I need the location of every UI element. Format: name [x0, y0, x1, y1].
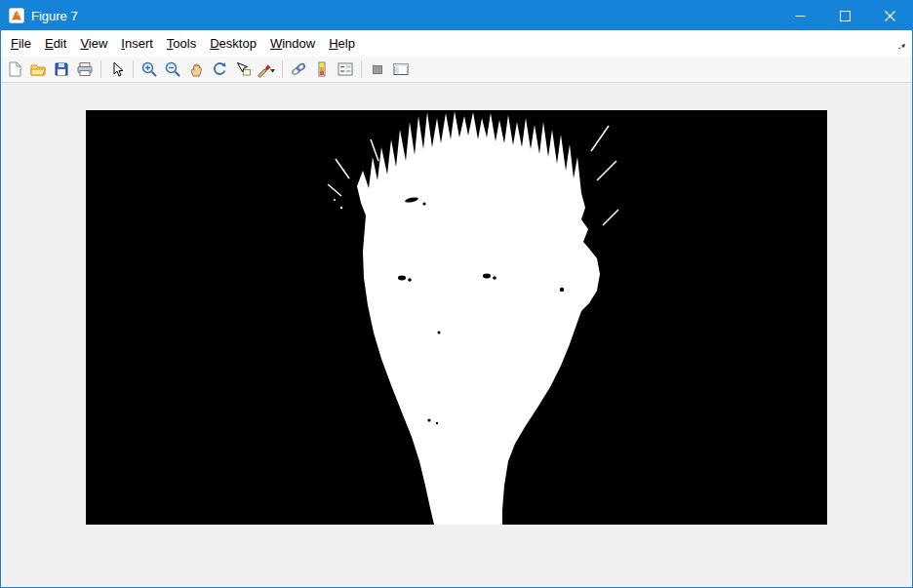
hair-speck: [340, 207, 342, 209]
minimize-button[interactable]: [777, 1, 822, 30]
hand-icon: [187, 60, 205, 78]
new-figure-icon: [6, 60, 23, 78]
menu-view[interactable]: View: [73, 30, 114, 57]
window-title: Figure 7: [31, 9, 777, 23]
menu-window[interactable]: Window: [263, 30, 322, 57]
menu-edit[interactable]: Edit: [38, 30, 73, 57]
window-controls: [777, 1, 912, 30]
toolbar-separator: [133, 60, 134, 78]
menu-desktop[interactable]: Desktop: [203, 30, 263, 57]
title-bar: Figure 7: [1, 1, 912, 30]
zoom-out-button[interactable]: [161, 58, 184, 81]
link-plot-icon: [290, 60, 307, 78]
menu-bar: File Edit View Insert Tools Desktop Wind…: [1, 30, 912, 57]
zoom-out-icon: [164, 60, 181, 78]
binary-mask-image: [86, 110, 827, 525]
figure-window: Figure 7 File Edit View Insert: [0, 0, 913, 588]
close-button[interactable]: [867, 1, 912, 30]
pointer-arrow-icon: [108, 60, 126, 78]
matlab-figure-icon: [9, 8, 24, 23]
save-icon: [53, 60, 70, 78]
legend-icon: [337, 60, 354, 78]
rotate-3d-icon: [211, 60, 228, 78]
figure-toolbar: [1, 57, 912, 83]
close-icon: [885, 11, 895, 21]
hide-plot-tools-button[interactable]: [366, 58, 389, 81]
show-plot-tools-icon: [392, 60, 410, 78]
print-figure-button[interactable]: [73, 58, 97, 81]
dropdown-caret-icon: [270, 69, 275, 73]
link-plot-button[interactable]: [287, 58, 310, 81]
pan-button[interactable]: [184, 58, 208, 81]
data-cursor-button[interactable]: [231, 58, 255, 81]
insert-colorbar-button[interactable]: [310, 58, 334, 81]
data-cursor-icon: [234, 60, 252, 78]
toolbar-separator: [282, 60, 283, 78]
save-figure-button[interactable]: [50, 58, 73, 81]
zoom-in-button[interactable]: [138, 58, 161, 81]
brush-icon: [256, 60, 277, 78]
hair-speck: [334, 199, 336, 201]
rotate-3d-button[interactable]: [208, 58, 231, 81]
menu-tools[interactable]: Tools: [160, 30, 203, 57]
maximize-icon: [840, 11, 851, 21]
minimize-icon: [795, 11, 806, 21]
toolbar-separator: [361, 60, 362, 78]
figure-canvas: [1, 83, 912, 587]
new-figure-button[interactable]: [3, 58, 26, 81]
maximize-button[interactable]: [822, 1, 867, 30]
menu-help[interactable]: Help: [322, 30, 362, 57]
zoom-in-icon: [140, 60, 158, 78]
brush-button[interactable]: [255, 58, 278, 81]
colorbar-icon: [313, 60, 331, 78]
show-plot-tools-button[interactable]: [389, 58, 413, 81]
open-folder-icon: [29, 60, 47, 78]
toolbar-separator: [100, 60, 101, 78]
menubar-corner-arrow-icon[interactable]: [897, 39, 906, 57]
edit-plot-button[interactable]: [105, 58, 129, 81]
printer-icon: [76, 60, 94, 78]
open-file-button[interactable]: [26, 58, 50, 81]
menu-insert[interactable]: Insert: [114, 30, 160, 57]
menu-file[interactable]: File: [4, 30, 38, 57]
hide-plot-tools-icon: [369, 60, 386, 78]
insert-legend-button[interactable]: [334, 58, 357, 81]
